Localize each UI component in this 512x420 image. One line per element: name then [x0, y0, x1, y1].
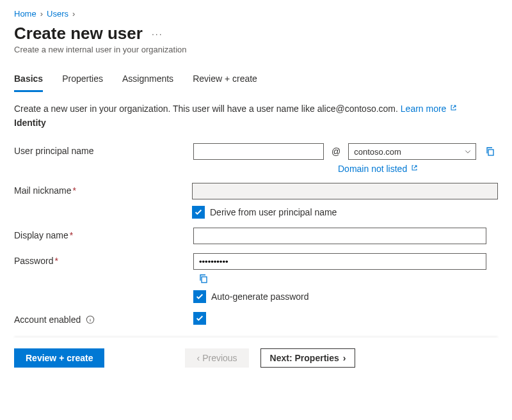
chevron-left-icon: ‹	[196, 353, 200, 363]
info-icon[interactable]	[86, 315, 95, 324]
chevron-right-icon: ›	[343, 353, 346, 363]
autogen-password-checkbox[interactable]: Auto-generate password	[193, 290, 498, 303]
chevron-right-icon: ›	[40, 9, 43, 19]
tabs: Basics Properties Assignments Review + c…	[14, 71, 498, 92]
previous-button: ‹ Previous	[185, 348, 248, 368]
upn-input[interactable]	[193, 143, 324, 160]
autogen-label: Auto-generate password	[211, 292, 309, 302]
copy-icon[interactable]	[198, 274, 209, 284]
domain-not-listed-link[interactable]: Domain not listed	[338, 164, 418, 174]
check-icon	[195, 292, 204, 301]
svg-rect-0	[488, 150, 493, 155]
breadcrumb-home[interactable]: Home	[14, 9, 36, 19]
derive-label: Derive from user principal name	[210, 207, 337, 217]
review-create-button[interactable]: Review + create	[14, 348, 104, 368]
tab-description: Create a new user in your organization. …	[14, 104, 498, 114]
page-subtitle: Create a new internal user in your organ…	[14, 45, 498, 54]
at-sign: @	[332, 146, 340, 157]
chevron-down-icon	[464, 148, 472, 155]
chevron-right-icon: ›	[72, 9, 75, 19]
check-icon	[195, 314, 204, 323]
next-button[interactable]: Next: Properties ›	[260, 348, 356, 368]
tab-basics[interactable]: Basics	[14, 71, 43, 92]
breadcrumb-users[interactable]: Users	[47, 9, 68, 19]
page-title: Create new user	[14, 24, 143, 43]
display-name-input[interactable]	[193, 228, 486, 244]
tab-properties[interactable]: Properties	[62, 71, 103, 91]
breadcrumb: Home › Users ›	[14, 9, 498, 19]
external-link-icon	[450, 104, 457, 111]
more-icon[interactable]: ···	[152, 29, 163, 39]
derive-checkbox[interactable]: Derive from user principal name	[192, 206, 498, 219]
upn-label: User principal name	[14, 143, 193, 156]
footer-divider	[14, 338, 498, 339]
external-link-icon	[411, 164, 418, 171]
domain-value: contoso.com	[354, 147, 401, 157]
display-name-label: Display name*	[14, 228, 193, 240]
account-enabled-label: Account enabled	[14, 312, 193, 325]
learn-more-link[interactable]: Learn more	[401, 104, 457, 114]
mail-nickname-label: Mail nickname*	[14, 183, 192, 196]
check-icon	[194, 208, 203, 217]
copy-icon[interactable]	[485, 146, 495, 157]
mail-nickname-input	[192, 183, 498, 199]
password-input[interactable]	[193, 253, 486, 270]
account-enabled-checkbox[interactable]	[193, 312, 498, 325]
tab-assignments[interactable]: Assignments	[122, 71, 173, 91]
svg-rect-1	[202, 277, 207, 283]
domain-select[interactable]: contoso.com	[348, 143, 476, 160]
section-identity: Identity	[14, 118, 498, 128]
password-label: Password*	[14, 253, 193, 266]
tab-review[interactable]: Review + create	[193, 71, 257, 91]
footer-buttons: Review + create ‹ Previous Next: Propert…	[14, 348, 498, 368]
